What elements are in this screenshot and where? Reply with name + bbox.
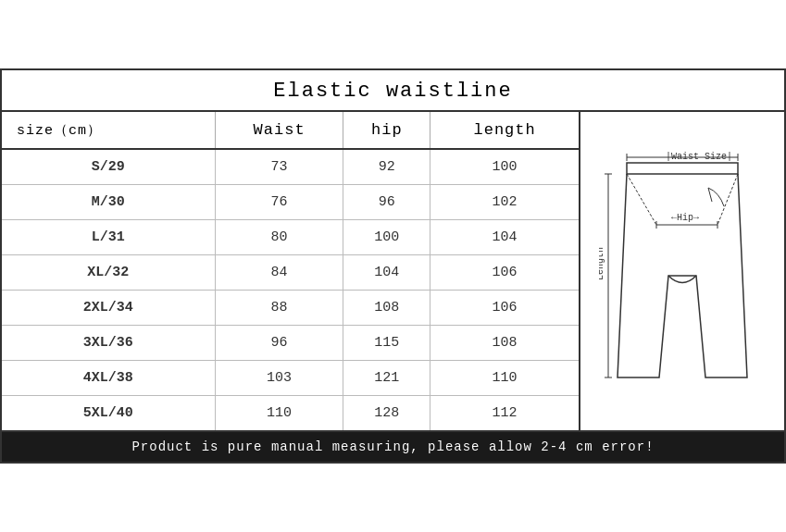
table-row: 2XL/3488108106 xyxy=(2,291,579,326)
cell-length: 100 xyxy=(430,149,579,185)
cell-hip: 115 xyxy=(343,326,430,361)
cell-hip: 92 xyxy=(343,149,430,185)
table-row: M/307696102 xyxy=(2,185,579,220)
cell-length: 106 xyxy=(430,255,579,291)
header-waist: Waist xyxy=(215,112,343,149)
cell-waist: 96 xyxy=(215,326,343,361)
cell-waist: 88 xyxy=(215,291,343,326)
svg-text:Length: Length xyxy=(599,247,605,280)
cell-size: S/29 xyxy=(2,149,215,185)
cell-length: 110 xyxy=(430,361,579,396)
size-table: size（cm） Waist hip length S/297392100M/3… xyxy=(2,112,579,430)
cell-size: M/30 xyxy=(2,185,215,220)
table-row: L/3180100104 xyxy=(2,220,579,255)
table-row: 5XL/40110128112 xyxy=(2,396,579,431)
cell-size: 4XL/38 xyxy=(2,361,215,396)
size-chart-container: Elastic waistline size（cm） Waist hip len… xyxy=(0,68,786,464)
header-hip: hip xyxy=(343,112,430,149)
footer-note: Product is pure manual measuring, please… xyxy=(2,430,784,462)
cell-length: 112 xyxy=(430,396,579,431)
table-section: size（cm） Waist hip length S/297392100M/3… xyxy=(2,112,580,430)
cell-hip: 128 xyxy=(343,396,430,431)
header-length: length xyxy=(430,112,579,149)
cell-waist: 76 xyxy=(215,185,343,220)
diagram-section: |Waist Size| ←Hip→ xyxy=(580,112,784,430)
cell-length: 104 xyxy=(430,220,579,255)
pants-diagram: |Waist Size| ←Hip→ xyxy=(599,146,766,396)
table-row: 4XL/38103121110 xyxy=(2,361,579,396)
table-row: XL/3284104106 xyxy=(2,255,579,291)
cell-hip: 100 xyxy=(343,220,430,255)
cell-hip: 108 xyxy=(343,291,430,326)
cell-size: 3XL/36 xyxy=(2,326,215,361)
cell-waist: 84 xyxy=(215,255,343,291)
chart-title: Elastic waistline xyxy=(2,70,784,112)
svg-rect-0 xyxy=(627,163,738,174)
cell-waist: 73 xyxy=(215,149,343,185)
cell-size: L/31 xyxy=(2,220,215,255)
table-row: S/297392100 xyxy=(2,149,579,185)
cell-hip: 104 xyxy=(343,255,430,291)
cell-size: XL/32 xyxy=(2,255,215,291)
svg-line-9 xyxy=(627,174,656,225)
cell-waist: 80 xyxy=(215,220,343,255)
cell-length: 102 xyxy=(430,185,579,220)
cell-size: 2XL/34 xyxy=(2,291,215,326)
cell-length: 106 xyxy=(430,291,579,326)
cell-waist: 103 xyxy=(215,361,343,396)
cell-size: 5XL/40 xyxy=(2,396,215,431)
svg-text:←Hip→: ←Hip→ xyxy=(671,213,699,223)
cell-waist: 110 xyxy=(215,396,343,431)
header-size: size（cm） xyxy=(2,112,215,149)
cell-hip: 121 xyxy=(343,361,430,396)
table-row: 3XL/3696115108 xyxy=(2,326,579,361)
cell-length: 108 xyxy=(430,326,579,361)
main-content: size（cm） Waist hip length S/297392100M/3… xyxy=(2,112,784,430)
cell-hip: 96 xyxy=(343,185,430,220)
